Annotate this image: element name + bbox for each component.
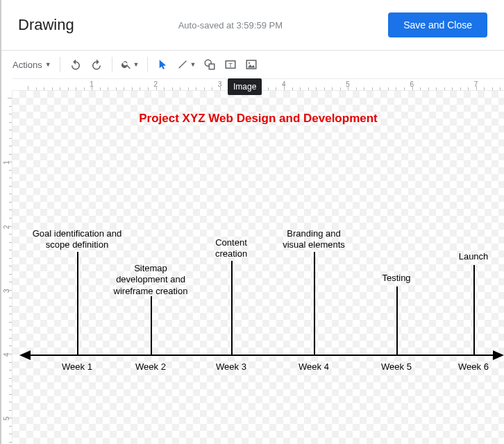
workspace: 12345 Project XYZ Web Design and Develop…	[1, 91, 504, 444]
textbox-icon: T	[224, 58, 237, 71]
redo-button[interactable]	[87, 55, 106, 74]
caret-down-icon: ▼	[190, 61, 196, 68]
timeline-marker[interactable]	[77, 252, 78, 355]
arrow-right-icon	[493, 350, 504, 360]
autosave-status: Auto-saved at 3:59:59 PM	[178, 20, 388, 31]
week-label[interactable]: Week 5	[381, 361, 412, 372]
line-tool[interactable]: ▼	[174, 55, 199, 74]
timeline-marker[interactable]	[231, 261, 233, 355]
shape-icon	[203, 58, 216, 71]
caret-down-icon: ▼	[45, 61, 51, 68]
week-label[interactable]: Week 4	[299, 361, 329, 372]
week-label[interactable]: Week 3	[216, 361, 246, 372]
drawing-title[interactable]: Project XYZ Web Design and Development	[12, 112, 504, 126]
task-label[interactable]: Sitemapdevelopment andwireframe creation	[114, 263, 188, 297]
timeline-axis[interactable]	[26, 355, 497, 356]
actions-menu-label: Actions	[12, 60, 44, 70]
toolbar-separator	[147, 57, 148, 72]
task-label[interactable]: Contentcreation	[215, 237, 247, 260]
toolbar-separator	[112, 57, 112, 72]
task-label[interactable]: Goal identification andscope definition	[33, 228, 122, 251]
tooltip-image: Image	[228, 78, 262, 95]
ruler-vertical: 12345	[1, 91, 12, 444]
timeline-marker[interactable]	[396, 287, 398, 355]
task-label[interactable]: Launch	[459, 251, 489, 262]
week-label[interactable]: Week 1	[62, 361, 92, 372]
zoom-menu[interactable]: ▼	[118, 55, 142, 74]
caret-down-icon: ▼	[133, 61, 140, 68]
toolbar-separator	[60, 57, 60, 72]
arrow-left-icon	[19, 350, 31, 360]
timeline-marker[interactable]	[151, 296, 152, 355]
undo-button[interactable]	[66, 55, 85, 74]
actions-menu[interactable]: Actions ▼	[10, 55, 54, 74]
toolbar: Actions ▼ ▼ ▼ T	[1, 51, 504, 78]
textbox-tool[interactable]: T	[221, 55, 240, 74]
select-tool[interactable]	[153, 55, 173, 74]
image-tool[interactable]	[242, 55, 261, 74]
week-label[interactable]: Week 2	[135, 361, 166, 372]
week-label[interactable]: Week 6	[458, 361, 489, 372]
cursor-icon	[158, 59, 169, 70]
svg-point-6	[249, 62, 250, 64]
redo-icon	[90, 58, 103, 71]
dialog-header: Drawing Auto-saved at 3:59:59 PM Save an…	[1, 0, 504, 51]
task-label[interactable]: Testing	[382, 273, 410, 284]
timeline-marker[interactable]	[314, 252, 315, 355]
dialog-title: Drawing	[18, 16, 74, 34]
task-label[interactable]: Branding andvisual elements	[283, 228, 345, 251]
undo-icon	[69, 58, 82, 71]
save-and-close-button[interactable]: Save and Close	[388, 12, 487, 37]
zoom-icon	[121, 59, 132, 70]
svg-text:T: T	[229, 62, 233, 69]
timeline-marker[interactable]	[473, 265, 475, 355]
line-icon	[177, 59, 188, 70]
shape-tool[interactable]	[200, 55, 219, 74]
svg-line-0	[179, 61, 187, 69]
svg-rect-2	[210, 64, 215, 69]
image-icon	[245, 58, 258, 71]
drawing-canvas[interactable]: Project XYZ Web Design and Development W…	[12, 91, 504, 444]
